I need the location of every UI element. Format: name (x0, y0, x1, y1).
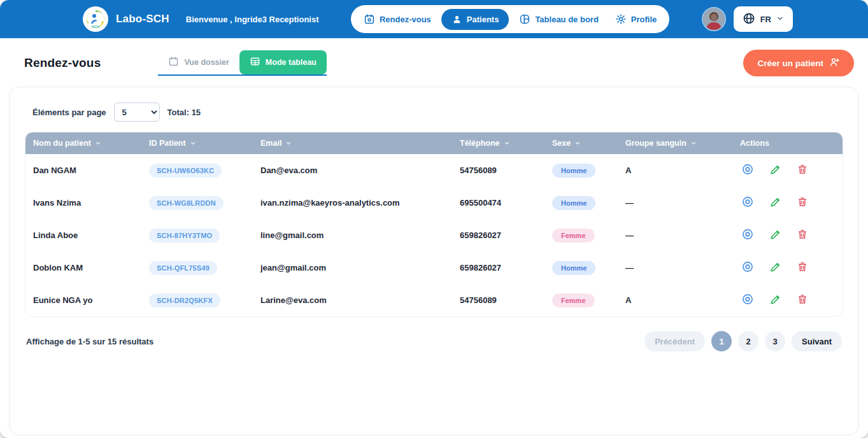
patients-table-card: Éléments par page 5 Total: 15 Nom du pat… (9, 87, 859, 435)
patient-icon (452, 14, 462, 25)
pencil-icon (769, 229, 781, 243)
view-patient-button[interactable] (741, 195, 754, 210)
page-button-1[interactable]: 1 (711, 331, 732, 351)
sort-chevron-icon (504, 140, 510, 146)
trash-icon (797, 293, 808, 307)
page-button-3[interactable]: 3 (765, 331, 785, 351)
chevron-down-icon (776, 15, 784, 24)
edit-patient-button[interactable] (769, 164, 781, 178)
header-right: FR (702, 6, 793, 32)
table-icon (250, 56, 260, 69)
eye-icon (741, 228, 754, 243)
delete-patient-button[interactable] (797, 229, 808, 242)
column-header-email[interactable]: Email (253, 139, 452, 148)
patient-id-badge: SCH-87HY3TMO (149, 229, 220, 243)
edit-patient-button[interactable] (769, 196, 781, 210)
delete-patient-button[interactable] (797, 196, 808, 209)
delete-patient-button[interactable] (797, 164, 808, 177)
column-header-sex[interactable]: Sexe (544, 139, 618, 148)
nav-profile[interactable]: Profile (609, 8, 663, 30)
pencil-icon (769, 261, 781, 275)
page-title: Rendez-vous (24, 56, 101, 70)
top-header: SCH Labo-SCH Bienvenue , Ingride3 Recept… (0, 0, 868, 38)
nav-rendez-vous[interactable]: Rendez-vous (357, 8, 438, 30)
table-mode-button[interactable]: Mode tableau (239, 50, 327, 74)
phone-cell: 659826027 (452, 263, 544, 272)
delete-patient-button[interactable] (797, 293, 808, 307)
actions-cell (732, 228, 843, 243)
page-button-2[interactable]: 2 (738, 331, 758, 351)
globe-icon (743, 12, 755, 27)
edit-patient-button[interactable] (769, 261, 781, 275)
patient-id-badge: SCH-DR2Q5KFX (149, 293, 220, 307)
table-body: Dan NGAM SCH-UW6O63KC Dan@eva.com 547560… (25, 154, 843, 316)
phone-cell: 54756089 (452, 295, 544, 305)
phone-cell: 659826027 (452, 230, 544, 240)
column-header-name[interactable]: Nom du patient (25, 139, 141, 148)
column-header-phone[interactable]: Téléphone (452, 139, 544, 148)
edit-patient-button[interactable] (769, 229, 781, 243)
brand-name: Labo-SCH (116, 13, 169, 25)
patient-id-cell: SCH-DR2Q5KFX (141, 293, 253, 307)
previous-page-button[interactable]: Précédent (644, 331, 705, 351)
page-toolbar: Rendez-vous Vue dossier (0, 38, 868, 83)
nav-label: Tableau de bord (535, 15, 598, 24)
table-row: Linda Aboe SCH-87HY3TMO line@gmail.com 6… (25, 219, 843, 251)
patient-name-cell: Doblon KAM (25, 263, 141, 272)
folder-view-label: Vue dossier (184, 58, 229, 67)
sort-chevron-icon (690, 140, 697, 146)
edit-patient-button[interactable] (769, 293, 781, 307)
table-controls: Éléments par page 5 Total: 15 (25, 97, 843, 132)
view-patient-button[interactable] (741, 163, 754, 178)
svg-text:SCH: SCH (92, 25, 100, 29)
email-cell: line@gmail.com (253, 230, 452, 240)
nav-tableau-de-bord[interactable]: Tableau de bord (513, 8, 604, 30)
trash-icon (797, 229, 808, 242)
eye-icon (741, 163, 754, 178)
view-patient-button[interactable] (741, 228, 754, 243)
nav-patients[interactable]: Patients (441, 9, 509, 30)
table-row: Doblon KAM SCH-QFL75S49 jean@gmail.com 6… (25, 251, 843, 284)
patient-name-cell: Ivans Nzima (25, 198, 141, 208)
blood-group-cell: A (618, 295, 732, 305)
patient-id-cell: SCH-UW6O63KC (141, 164, 253, 178)
folder-calendar-icon (168, 56, 179, 69)
patient-id-cell: SCH-87HY3TMO (141, 229, 253, 243)
calendar-icon (364, 13, 375, 25)
user-avatar[interactable] (702, 7, 726, 31)
column-header-blood-group[interactable]: Groupe sanguin (618, 139, 732, 148)
table-row: Eunice NGA yo SCH-DR2Q5KFX Larine@eva.co… (25, 284, 843, 316)
patient-name-cell: Dan NGAM (25, 166, 141, 175)
view-mode-toggle: Vue dossier Mode tableau (158, 50, 326, 76)
view-patient-button[interactable] (741, 260, 754, 275)
language-selector[interactable]: FR (734, 6, 793, 32)
app-window: SCH Labo-SCH Bienvenue , Ingride3 Recept… (0, 0, 868, 438)
items-per-page-select[interactable]: 5 (114, 102, 160, 122)
table-header-row: Nom du patient ID Patient Email Téléphon… (25, 132, 843, 154)
sort-chevron-icon (574, 140, 581, 146)
next-page-button[interactable]: Suivant (792, 331, 842, 351)
total-count: Total: 15 (167, 108, 201, 117)
results-summary: Affichage de 1-5 sur 15 résultats (26, 337, 153, 346)
column-header-id[interactable]: ID Patient (141, 139, 253, 148)
email-cell: jean@gmail.com (253, 263, 452, 272)
email-cell: Larine@eva.com (253, 295, 452, 305)
phone-cell: 695500474 (452, 198, 544, 208)
blood-group-cell: A (618, 166, 732, 175)
sex-cell: Homme (544, 261, 618, 275)
labo-sch-logo-icon: SCH (83, 6, 108, 32)
table-mode-label: Mode tableau (266, 58, 317, 67)
column-header-actions: Actions (732, 139, 843, 148)
nav-label: Patients (467, 15, 499, 24)
patient-id-badge: SCH-WG8LRDDN (149, 196, 224, 210)
blood-group-cell: — (618, 230, 732, 240)
view-patient-button[interactable] (741, 293, 754, 307)
trash-icon (797, 164, 808, 177)
create-patient-button[interactable]: Créer un patient (743, 50, 854, 76)
delete-patient-button[interactable] (797, 261, 808, 274)
blood-group-cell: — (618, 263, 732, 272)
main-nav: Rendez-vous Patients (351, 5, 669, 33)
sort-chevron-icon (190, 140, 196, 146)
pagination: Précédent 1 2 3 Suivant (644, 331, 842, 351)
folder-view-button[interactable]: Vue dossier (158, 50, 239, 74)
